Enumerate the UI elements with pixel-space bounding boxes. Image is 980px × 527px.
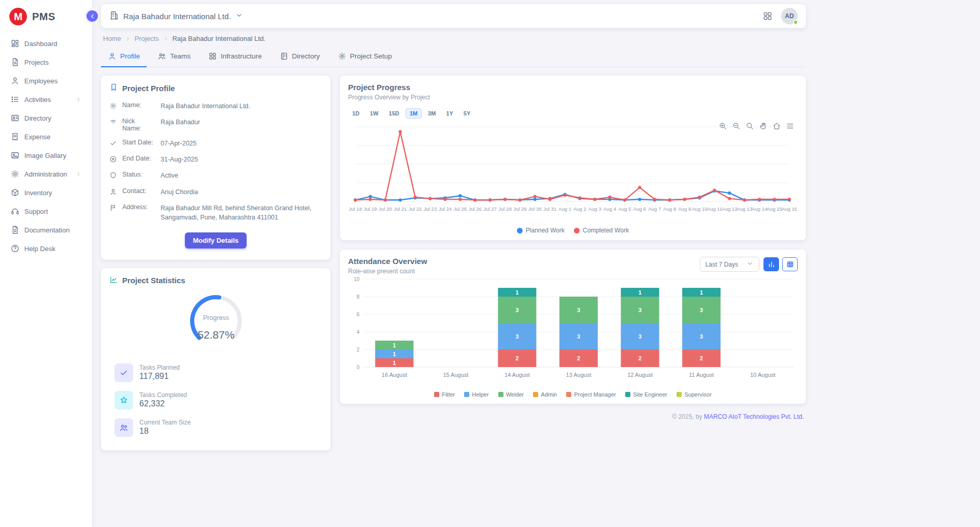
svg-text:6: 6 (356, 312, 359, 317)
topbar: Raja Bahadur International Ltd. AD (101, 4, 806, 28)
svg-text:4: 4 (356, 329, 359, 335)
sidebar-item-employees[interactable]: Employees (5, 72, 87, 90)
sidebar-item-label: Inventory (24, 189, 52, 197)
profile-card-title: Project Profile (122, 84, 175, 93)
sidebar-item-label: Activities (24, 96, 51, 104)
home-button[interactable] (772, 122, 781, 130)
building-icon (109, 10, 119, 20)
sidebar-item-documentation[interactable]: Documentation (5, 221, 87, 239)
attendance-bar-chart[interactable]: 024681011116 August15 August233114 Augus… (348, 275, 797, 388)
sidebar-item-label: Documentation (24, 226, 69, 234)
tab-label: Directory (292, 52, 320, 60)
modify-details-button[interactable]: Modify Details (185, 232, 246, 248)
chevron-down-icon (746, 260, 754, 267)
date-range-select[interactable]: Last 7 Days (700, 257, 759, 272)
legend-completed-work[interactable]: Completed Work (574, 227, 629, 234)
footer-company-link[interactable]: MARCO AIoT Technologies Pvt. Ltd. (704, 413, 804, 420)
range-3m-button[interactable]: 3M (424, 108, 440, 119)
sidebar-item-image-gallary[interactable]: Image Gallary (5, 147, 87, 164)
sidebar-item-expense[interactable]: Expense (5, 128, 87, 145)
legend-project-manager[interactable]: Project Manager (566, 391, 616, 398)
view-bar-chart-button[interactable] (763, 257, 779, 271)
dashboard-icon (10, 39, 20, 48)
range-1y-button[interactable]: 1Y (442, 108, 457, 119)
sidebar-collapse-button[interactable] (87, 10, 98, 22)
sidebar-item-administration[interactable]: Administration (5, 165, 87, 183)
legend-planned-work[interactable]: Planned Work (517, 227, 565, 234)
svg-text:16 August: 16 August (382, 372, 407, 378)
breadcrumb-item-home[interactable]: Home (103, 35, 121, 42)
svg-text:Aug 14: Aug 14 (752, 206, 767, 212)
svg-text:Aug 11: Aug 11 (707, 206, 722, 212)
svg-text:1: 1 (639, 289, 642, 296)
legend-supervisor[interactable]: Supervisor (676, 391, 712, 398)
menu-icon (786, 122, 795, 130)
legend-welder[interactable]: Welder (498, 391, 524, 398)
user-avatar[interactable]: AD (781, 8, 798, 24)
zoom-out-button[interactable] (732, 122, 741, 130)
image-gallery-icon (10, 151, 20, 160)
svg-text:Jul 29: Jul 29 (513, 206, 526, 212)
sidebar-item-projects[interactable]: Projects (5, 53, 87, 71)
svg-text:Aug 5: Aug 5 (618, 206, 631, 212)
tab-infrastructure[interactable]: Infrastructure (201, 47, 269, 67)
gear-icon (109, 102, 117, 110)
view-table-button[interactable] (782, 257, 798, 271)
statistics-card-title: Project Statistics (122, 276, 185, 285)
svg-text:3: 3 (515, 307, 518, 313)
stat-tasks-planned: Tasks Planned117,891 (114, 363, 322, 382)
chevron-left-icon (89, 13, 96, 20)
bar-chart-icon (768, 260, 775, 268)
svg-text:3: 3 (577, 307, 580, 313)
svg-text:3: 3 (700, 333, 703, 340)
legend-admin[interactable]: Admin (533, 391, 557, 398)
check-icon (119, 368, 128, 377)
sidebar-item-help-desk[interactable]: Help Desk (5, 240, 87, 257)
sidebar-item-dashboard[interactable]: Dashboard (5, 35, 87, 52)
tab-directory[interactable]: Directory (273, 47, 327, 67)
sidebar-item-support[interactable]: Support (5, 202, 87, 220)
menu-button[interactable] (786, 122, 795, 130)
selection-zoom-button[interactable] (745, 122, 754, 130)
tab-profile[interactable]: Profile (101, 47, 147, 67)
svg-text:Jul 23: Jul 23 (424, 206, 437, 212)
svg-text:1: 1 (700, 289, 703, 296)
svg-text:Jul 22: Jul 22 (409, 206, 422, 212)
grid-icon (762, 11, 773, 21)
legend-site-engineer[interactable]: Site Engineer (625, 391, 667, 398)
attendance-overview-card: Attendance Overview Role-wise present co… (340, 250, 806, 404)
tab-project-setup[interactable]: Project Setup (331, 47, 399, 67)
legend-helper[interactable]: Helper (464, 391, 488, 398)
panning-button[interactable] (759, 122, 768, 130)
brand: M PMS (0, 0, 92, 32)
zoom-in-button[interactable] (718, 122, 727, 130)
sidebar-item-directory[interactable]: Directory (5, 109, 87, 127)
chart-line-icon (109, 275, 118, 284)
profile-field-nick-name: Nick Name:Raja Bahadur (109, 118, 322, 132)
svg-text:2: 2 (700, 355, 703, 361)
legend-fitter[interactable]: Fitter (434, 391, 455, 398)
range-1w-button[interactable]: 1W (366, 108, 383, 119)
gauge-value: 52.87% (197, 329, 234, 341)
star-icon (119, 396, 128, 405)
tab-teams[interactable]: Teams (151, 47, 197, 67)
svg-text:12 August: 12 August (627, 372, 653, 378)
person-icon (108, 52, 117, 61)
apps-grid-button[interactable] (762, 11, 773, 21)
tab-bar: ProfileTeamsInfrastructureDirectoryProje… (101, 47, 806, 67)
sidebar-item-inventory[interactable]: Inventory (5, 184, 87, 201)
range-1m-button[interactable]: 1M (406, 108, 422, 119)
range-5y-button[interactable]: 5Y (459, 108, 474, 119)
range-15d-button[interactable]: 15D (385, 108, 403, 119)
company-selector[interactable]: Raja Bahadur International Ltd. (109, 10, 243, 22)
project-progress-line-chart[interactable]: Jul 18Jul 19Jul 20Jul 21Jul 22Jul 23Jul … (348, 120, 797, 223)
svg-text:10: 10 (354, 276, 360, 282)
breadcrumb-item-projects[interactable]: Projects (135, 35, 159, 42)
person-icon (109, 188, 117, 196)
range-1d-button[interactable]: 1D (348, 108, 364, 119)
logo-letter: M (14, 11, 23, 23)
chevron-right-icon (75, 171, 82, 178)
sidebar-item-activities[interactable]: Activities (5, 91, 87, 108)
svg-text:2: 2 (577, 355, 580, 361)
people-icon (119, 423, 128, 432)
